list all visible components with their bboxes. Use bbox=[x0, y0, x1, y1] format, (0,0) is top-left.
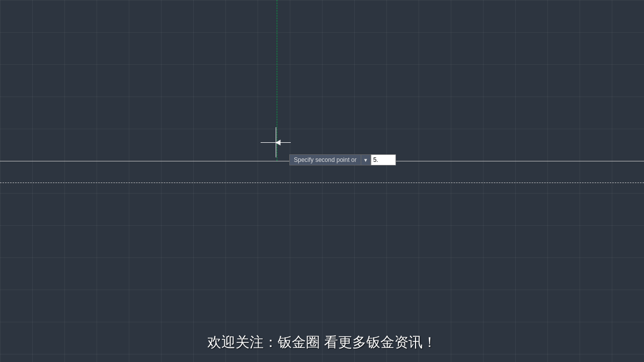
cad-grid bbox=[0, 0, 644, 362]
input-dropdown-icon[interactable]: ▼ bbox=[361, 154, 371, 165]
vertical-dashed-line bbox=[277, 0, 277, 161]
input-label: Specify second point or bbox=[289, 154, 361, 165]
second-point-input[interactable] bbox=[371, 154, 396, 165]
horizontal-dashed-line bbox=[0, 183, 644, 183]
input-tooltip: Specify second point or ▼ bbox=[289, 154, 396, 165]
cad-canvas: Specify second point or ▼ 欢迎关注：钣金圈 看更多钣金… bbox=[0, 0, 644, 362]
bottom-text: 欢迎关注：钣金圈 看更多钣金资讯！ bbox=[0, 333, 644, 352]
